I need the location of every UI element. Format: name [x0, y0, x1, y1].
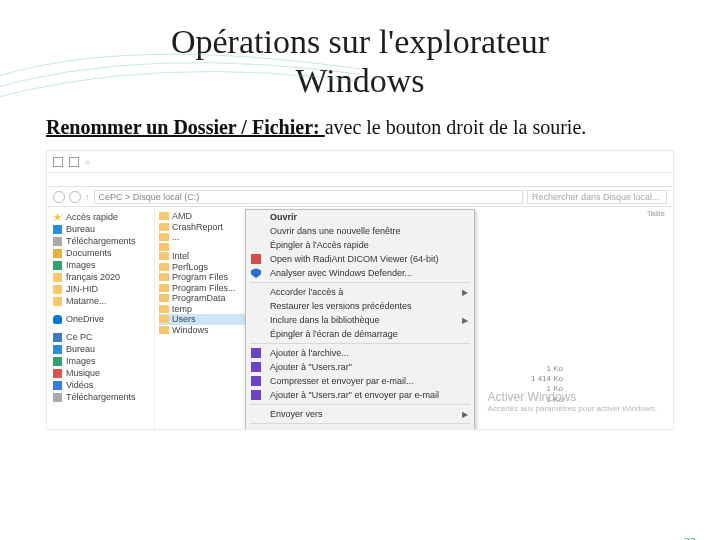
list-item[interactable]: temp: [159, 304, 249, 315]
search-field[interactable]: Rechercher dans Disque local...: [527, 190, 667, 204]
folder-list: AMD CrashReport ... Intel PerfLogs Progr…: [159, 211, 249, 335]
folder-name: Program Files...: [172, 283, 236, 293]
pictures-icon: [53, 357, 62, 366]
activate-line2: Accédez aux paramètres pour activer Wind…: [488, 404, 657, 413]
list-item[interactable]: [159, 243, 249, 252]
size-value: 1 414 Ko: [531, 374, 563, 384]
menu-windows-defender[interactable]: Analyser avec Windows Defender...: [246, 266, 474, 280]
cloud-icon: [53, 315, 62, 324]
sidebar-label: OneDrive: [66, 314, 104, 324]
sidebar-label: Images: [66, 356, 96, 366]
sidebar-folder[interactable]: Matarne...: [51, 295, 150, 307]
menu-include-library[interactable]: Inclure dans la bibliothèque▶: [246, 313, 474, 327]
list-item[interactable]: Program Files...: [159, 283, 249, 294]
list-item[interactable]: CrashReport: [159, 222, 249, 233]
address-text: CePC > Disque local (C:): [99, 192, 200, 202]
title-line-1: Opérations sur l'explorateur: [171, 23, 549, 60]
list-item[interactable]: ProgramData: [159, 293, 249, 304]
search-placeholder: Rechercher dans Disque local...: [532, 192, 660, 202]
sidebar-label: Matarne...: [66, 296, 107, 306]
folder-icon: [159, 252, 169, 260]
title-line-2: Windows: [296, 62, 425, 99]
folder-icon: [53, 297, 62, 306]
menu-label: Ajouter à "Users.rar" et envoyer par e-m…: [270, 390, 439, 400]
app-icon: [251, 254, 261, 264]
list-item-selected[interactable]: Users: [159, 314, 249, 325]
archive-icon: [251, 362, 261, 372]
menu-winrar-named-email[interactable]: Ajouter à "Users.rar" et envoyer par e-m…: [246, 388, 474, 402]
list-item[interactable]: ...: [159, 232, 249, 243]
sidebar-label: Images: [66, 260, 96, 270]
sidebar-folder[interactable]: français 2020: [51, 271, 150, 283]
menu-separator: [250, 282, 470, 283]
music-icon: [53, 369, 62, 378]
menu-open-new-window[interactable]: Ouvrir dans une nouvelle fenêtre: [246, 224, 474, 238]
submenu-arrow-icon: ▶: [462, 316, 468, 325]
list-item[interactable]: PerfLogs: [159, 262, 249, 273]
sidebar-onedrive[interactable]: OneDrive: [51, 313, 150, 325]
folder-icon: [159, 243, 169, 251]
menu-radiant-viewer[interactable]: Open with RadiAnt DICOM Viewer (64-bit): [246, 252, 474, 266]
folder-icon: [159, 212, 169, 220]
archive-icon: [251, 348, 261, 358]
folder-icon: [159, 273, 169, 281]
archive-icon: [251, 376, 261, 386]
address-field[interactable]: CePC > Disque local (C:): [94, 190, 524, 204]
sidebar-videos[interactable]: Vidéos: [51, 379, 150, 391]
menu-cut[interactable]: Couper: [246, 426, 474, 430]
sidebar-pictures[interactable]: Images: [51, 259, 150, 271]
folder-name: ProgramData: [172, 293, 226, 303]
sidebar-label: français 2020: [66, 272, 120, 282]
pc-icon: [53, 333, 62, 342]
folder-icon: [159, 263, 169, 271]
desktop-icon: [53, 225, 62, 234]
folder-icon: [159, 233, 169, 241]
menu-label: Ajouter à "Users.rar": [270, 362, 352, 372]
sidebar-downloads[interactable]: Téléchargements: [51, 235, 150, 247]
folder-icon: [53, 285, 62, 294]
menu-winrar-add[interactable]: Ajouter à l'archive...: [246, 346, 474, 360]
back-button[interactable]: [53, 191, 65, 203]
list-item[interactable]: Windows: [159, 325, 249, 336]
sidebar-folder[interactable]: JIN-HID: [51, 283, 150, 295]
sidebar-quick-access[interactable]: Accès rapide: [51, 211, 150, 223]
body-bold: Renommer un Dossier / Fichier:: [46, 116, 325, 138]
context-menu: Ouvrir Ouvrir dans une nouvelle fenêtre …: [245, 209, 475, 430]
column-header-size[interactable]: Taille: [647, 209, 665, 218]
folder-name: temp: [172, 304, 192, 314]
menu-winrar-add-named[interactable]: Ajouter à "Users.rar": [246, 360, 474, 374]
forward-button[interactable]: [69, 191, 81, 203]
list-item[interactable]: Intel: [159, 251, 249, 262]
sidebar-label: Bureau: [66, 344, 95, 354]
menu-restore-versions[interactable]: Restaurer les versions précédentes: [246, 299, 474, 313]
desktop-icon: [53, 345, 62, 354]
shield-icon: [251, 268, 261, 278]
sidebar-documents[interactable]: Documents: [51, 247, 150, 259]
sidebar-label: JIN-HID: [66, 284, 98, 294]
menu-pin-quick-access[interactable]: Épingler à l'Accès rapide: [246, 238, 474, 252]
menu-open[interactable]: Ouvrir: [246, 210, 474, 224]
folder-name: Intel: [172, 251, 189, 261]
sidebar-label: Vidéos: [66, 380, 93, 390]
sidebar-downloads[interactable]: Téléchargements: [51, 391, 150, 403]
folder-icon: [159, 326, 169, 334]
menu-grant-access[interactable]: Accorder l'accès à▶: [246, 285, 474, 299]
sidebar-music[interactable]: Musique: [51, 367, 150, 379]
menu-send-to[interactable]: Envoyer vers▶: [246, 407, 474, 421]
sidebar-desktop[interactable]: Bureau: [51, 223, 150, 235]
explorer-ribbon: [47, 173, 673, 187]
menu-separator: [250, 423, 470, 424]
window-icon: [53, 157, 63, 167]
menu-separator: [250, 343, 470, 344]
list-item[interactable]: AMD: [159, 211, 249, 222]
menu-winrar-email[interactable]: Compresser et envoyer par e-mail...: [246, 374, 474, 388]
list-item[interactable]: Program Files: [159, 272, 249, 283]
menu-label: Ajouter à l'archive...: [270, 348, 349, 358]
sidebar-desktop[interactable]: Bureau: [51, 343, 150, 355]
explorer-address-bar: ↑ CePC > Disque local (C:) Rechercher da…: [47, 187, 673, 207]
folder-name: Program Files: [172, 272, 228, 282]
sidebar-thispc[interactable]: Ce PC: [51, 331, 150, 343]
sidebar-images[interactable]: Images: [51, 355, 150, 367]
size-value: 1 Ko: [531, 364, 563, 374]
menu-pin-start[interactable]: Épingler à l'écran de démarrage: [246, 327, 474, 341]
